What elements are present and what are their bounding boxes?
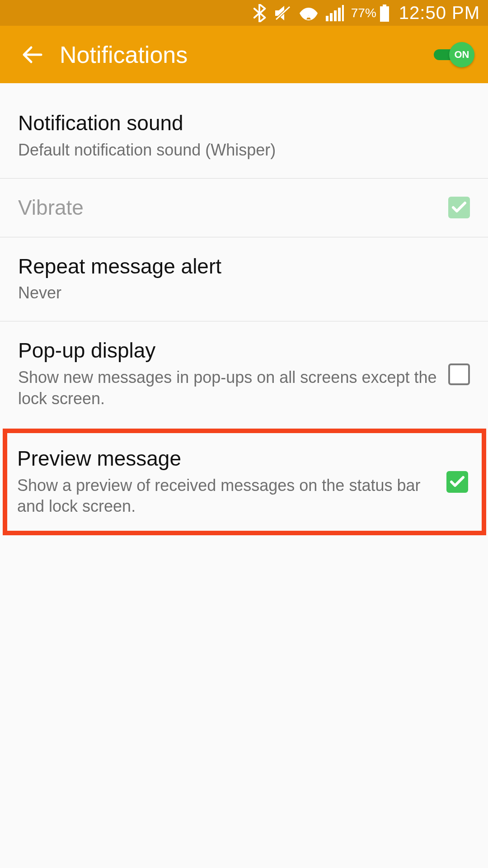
highlight-preview-message: Preview message Show a preview of receiv… bbox=[3, 429, 486, 535]
svg-rect-6 bbox=[342, 5, 344, 21]
svg-rect-3 bbox=[330, 13, 333, 21]
signal-icon bbox=[326, 5, 344, 21]
item-vibrate[interactable]: Vibrate bbox=[0, 179, 488, 237]
svg-rect-4 bbox=[334, 10, 337, 21]
preview-checkbox[interactable] bbox=[446, 471, 468, 493]
item-title: Preview message bbox=[17, 447, 436, 471]
item-repeat-alert[interactable]: Repeat message alert Never bbox=[0, 237, 488, 322]
app-bar: Notifications ON bbox=[0, 26, 488, 83]
item-preview-message[interactable]: Preview message Show a preview of receiv… bbox=[7, 433, 482, 531]
check-icon bbox=[451, 201, 467, 214]
svg-rect-7 bbox=[383, 5, 386, 6]
back-arrow-icon bbox=[21, 43, 44, 66]
item-subtitle: Show a preview of received messages on t… bbox=[17, 475, 436, 518]
item-subtitle: Never bbox=[18, 283, 459, 304]
svg-rect-2 bbox=[326, 16, 328, 21]
popup-checkbox[interactable] bbox=[448, 363, 470, 385]
clock: 12:50 PM bbox=[399, 3, 480, 23]
svg-rect-5 bbox=[338, 8, 341, 21]
item-title: Repeat message alert bbox=[18, 255, 459, 278]
battery-percent: 77% bbox=[351, 6, 376, 20]
item-title: Notification sound bbox=[18, 111, 459, 135]
page-title: Notifications bbox=[60, 41, 188, 68]
item-subtitle: Show new messages in pop-ups on all scre… bbox=[18, 367, 437, 410]
vibrate-checkbox[interactable] bbox=[448, 197, 470, 218]
item-title: Vibrate bbox=[18, 196, 437, 220]
item-notification-sound[interactable]: Notification sound Default notification … bbox=[0, 83, 488, 179]
bluetooth-icon bbox=[253, 4, 266, 22]
back-button[interactable] bbox=[17, 39, 48, 70]
settings-list: Notification sound Default notification … bbox=[0, 83, 488, 535]
status-bar: 77% 12:50 PM bbox=[0, 0, 488, 26]
mute-icon bbox=[273, 5, 291, 21]
status-icons: 77% 12:50 PM bbox=[253, 3, 480, 23]
item-popup-display[interactable]: Pop-up display Show new messages in pop-… bbox=[0, 321, 488, 426]
battery-icon bbox=[379, 5, 390, 22]
check-icon bbox=[450, 476, 465, 488]
item-title: Pop-up display bbox=[18, 339, 437, 363]
master-toggle[interactable]: ON bbox=[434, 42, 474, 67]
item-subtitle: Default notification sound (Whisper) bbox=[18, 140, 459, 161]
toggle-knob: ON bbox=[449, 42, 474, 67]
wifi-icon bbox=[299, 5, 319, 21]
battery-indicator: 77% bbox=[351, 5, 390, 22]
